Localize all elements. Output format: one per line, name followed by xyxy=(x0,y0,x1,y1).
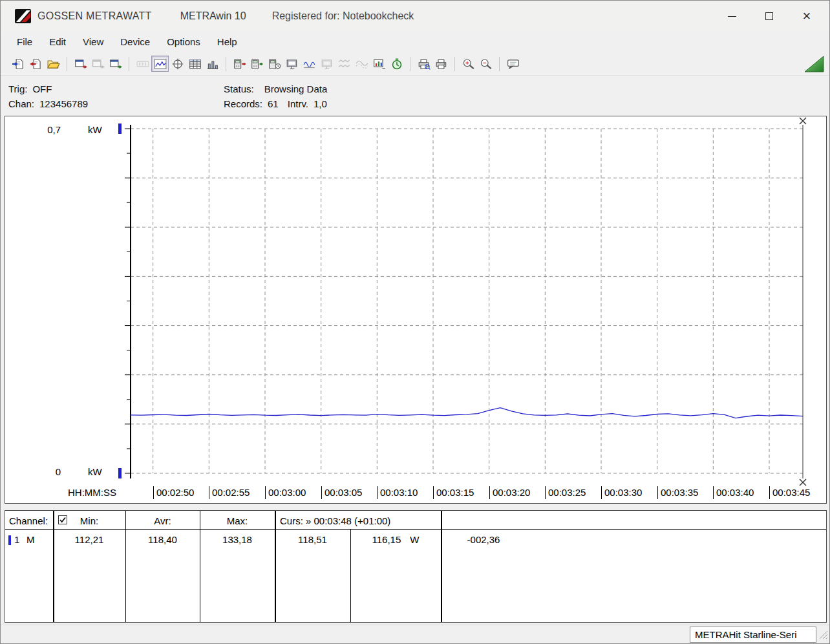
x-tick-label: 00:02:55 xyxy=(209,486,250,499)
trig-line: Trig:OFF xyxy=(8,81,88,96)
trend-chart[interactable] xyxy=(5,116,826,503)
min-header-label: Min: xyxy=(53,515,125,526)
min-value: 112,21 xyxy=(53,534,125,545)
pc-transfer-icon[interactable] xyxy=(283,56,301,72)
window-controls: × xyxy=(713,1,825,32)
device-name-box: METRAHit Starline-Seri xyxy=(690,627,816,643)
annotations-icon[interactable] xyxy=(504,56,522,72)
channel-header-label: Channel: xyxy=(9,515,48,526)
status-value: Browsing Data xyxy=(264,83,328,94)
minimize-icon xyxy=(728,16,736,17)
readout-header-divider xyxy=(5,529,826,530)
intrv-label: Intrv. xyxy=(288,96,308,111)
toolbar-separator xyxy=(226,57,226,71)
toolbar-separator xyxy=(67,57,67,71)
device-read-icon[interactable] xyxy=(231,56,248,72)
bargraph-view-icon[interactable] xyxy=(204,56,221,72)
open-folder-icon[interactable] xyxy=(45,56,62,72)
trig-label: Trig: xyxy=(8,81,27,96)
x-tick-label: 00:03:25 xyxy=(545,486,586,499)
x-tick-label: 00:03:00 xyxy=(265,486,306,499)
readout-panel: Channel: Min: Avr: Max: Curs: » 00:03:48… xyxy=(5,510,827,623)
x-tick-label: 00:03:35 xyxy=(657,486,698,499)
minimize-button[interactable] xyxy=(713,1,750,32)
intrv-value: 1,0 xyxy=(314,98,327,109)
envelope-curve-icon xyxy=(353,56,370,72)
avr-value: 118,40 xyxy=(125,534,200,545)
timer-icon[interactable] xyxy=(388,56,405,72)
app-logo-icon xyxy=(15,9,31,23)
connection-status-triangle-icon xyxy=(803,55,824,73)
chart-export-icon[interactable] xyxy=(370,56,388,72)
copy-window-icon[interactable] xyxy=(72,56,89,72)
x-tick-label: 00:03:45 xyxy=(769,486,810,499)
print-preview-icon[interactable] xyxy=(415,56,432,72)
x-tick-label: 00:03:15 xyxy=(433,486,474,499)
trend-view-icon[interactable] xyxy=(151,56,169,72)
close-icon: × xyxy=(803,9,811,23)
readout-divider-thick xyxy=(275,511,276,622)
cursor-value-b-group: 116,15W xyxy=(350,534,441,545)
zoom-out-icon[interactable] xyxy=(477,56,495,72)
menu-options[interactable]: Options xyxy=(158,34,209,50)
cursor-header-label: Curs: » 00:03:48 (+01:00) xyxy=(280,515,390,526)
resize-grip-icon[interactable] xyxy=(819,630,828,642)
x-tick-label: 00:03:05 xyxy=(321,486,362,499)
save-file-icon[interactable] xyxy=(27,56,45,72)
menu-file[interactable]: File xyxy=(8,34,41,50)
y-axis-min-label: 0 xyxy=(23,466,61,477)
x-tick-label: 00:03:40 xyxy=(713,486,754,499)
title-bar: GOSSEN METRAWATT METRAwin 10 Registered … xyxy=(1,1,829,32)
chan-value: 123456789 xyxy=(39,98,88,109)
app-title: GOSSEN METRAWATT xyxy=(37,10,152,22)
display-values-icon xyxy=(318,56,335,72)
product-title: METRAwin 10 xyxy=(180,10,246,22)
avr-header-label: Avr: xyxy=(125,515,200,526)
export-window-icon[interactable] xyxy=(107,56,124,72)
chan-line: Chan:123456789 xyxy=(8,96,88,111)
toolbar xyxy=(1,52,829,76)
scope-view-icon[interactable] xyxy=(169,56,186,72)
x-tick-label: 00:03:20 xyxy=(489,486,530,499)
registered-text: Registered for: Notebookcheck xyxy=(272,10,414,22)
menu-bar: File Edit View Device Options Help xyxy=(1,32,829,51)
menu-device[interactable]: Device xyxy=(112,34,158,50)
function-wave-icon[interactable] xyxy=(301,56,318,72)
dual-trace-icon xyxy=(335,56,353,72)
toolbar-separator xyxy=(499,57,500,71)
y-axis-max-label: 0,7 xyxy=(23,124,61,135)
chan-label: Chan: xyxy=(8,96,34,111)
maximize-button[interactable] xyxy=(750,1,788,32)
zoom-in-icon[interactable] xyxy=(460,56,477,72)
channel-number: 1 xyxy=(14,534,19,545)
x-tick-label: 00:02:50 xyxy=(153,486,194,499)
device-write-icon[interactable] xyxy=(248,56,266,72)
records-line: Records:61Intrv.1,0 xyxy=(224,96,327,111)
chart-panel[interactable]: 0,7 kW 0 kW HH:MM:SS 00:02:5000:02:5500:… xyxy=(5,116,827,504)
status-bar: METRAHit Starline-Seri xyxy=(1,625,829,643)
open-file-icon[interactable] xyxy=(10,56,27,72)
records-label: Records: xyxy=(224,96,262,111)
device-log-icon[interactable] xyxy=(266,56,283,72)
readout-divider-thick xyxy=(53,511,54,622)
readout-divider-thin xyxy=(200,511,200,622)
toolbar-separator xyxy=(410,57,410,71)
cursor-unit: W xyxy=(410,534,419,545)
table-view-icon[interactable] xyxy=(186,56,204,72)
close-button[interactable]: × xyxy=(788,1,825,32)
menu-help[interactable]: Help xyxy=(209,34,246,50)
toolbar-separator xyxy=(129,57,129,71)
readout-divider-thick xyxy=(441,511,442,622)
toolbar-separator xyxy=(454,57,455,71)
numeric-display-icon xyxy=(134,56,151,72)
records-value: 61 xyxy=(268,98,279,109)
max-value: 133,18 xyxy=(200,534,275,545)
cursor-value-a: 118,51 xyxy=(275,534,350,545)
print-icon[interactable] xyxy=(432,56,450,72)
menu-edit[interactable]: Edit xyxy=(41,34,74,50)
status-line: Status:Browsing Data xyxy=(224,81,327,96)
menu-view[interactable]: View xyxy=(74,34,112,50)
status-info-area: Trig:OFF Chan:123456789 Status:Browsing … xyxy=(1,76,829,116)
cursor-delta-value: -002,36 xyxy=(451,534,516,545)
x-tick-label: 00:03:10 xyxy=(377,486,418,499)
